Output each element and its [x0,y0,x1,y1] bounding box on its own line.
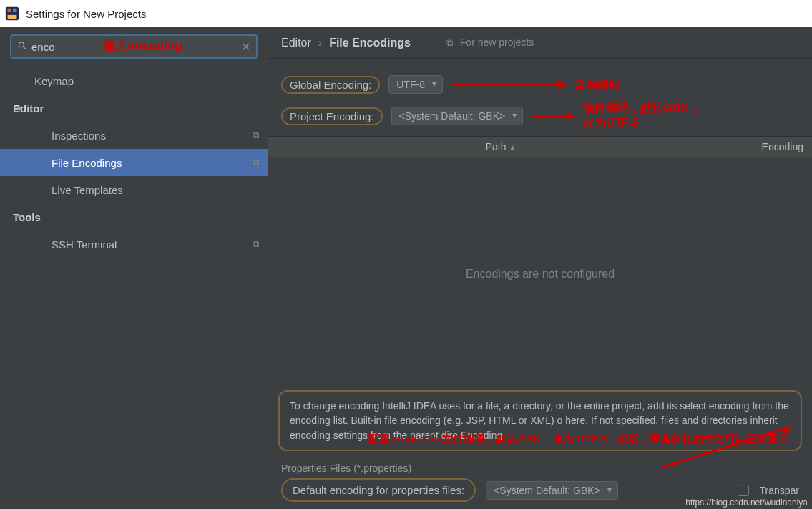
help-description: To change encoding IntelliJ IDEA uses fo… [278,390,802,451]
sidebar-item-keymap[interactable]: Keymap [0,67,268,94]
project-encoding-dropdown[interactable]: <System Default: GBK> [391,107,524,125]
breadcrumb-leaf: File Encodings [329,37,411,49]
annotation-search: 输入encoding [104,37,182,54]
search-icon [17,41,27,53]
arrow-icon [451,84,566,85]
sidebar-item-ssh-terminal[interactable]: SSH Terminal⧉ [0,231,268,258]
svg-rect-2 [13,9,16,13]
copy-icon: ⧉ [253,238,259,250]
global-encoding-row: Global Encoding: UTF-8 全局编码 [281,69,799,100]
watermark: https://blog.csdn.net/wudinaniya [685,498,808,508]
for-new-projects-label: ⧉ For new projects [446,37,534,49]
arrow-icon [532,115,574,117]
clear-search-icon[interactable]: ✕ [241,40,250,54]
breadcrumb-root[interactable]: Editor [281,37,311,49]
chevron-right-icon: › [318,37,322,49]
global-encoding-dropdown[interactable]: UTF-8 [388,75,443,94]
annotation-properties: 配置properties文件编码，默认GBK，改为 UTF-8，改后，哪些斜杠的… [368,432,789,446]
settings-main-panel: Editor › File Encodings ⧉ For new projec… [268,27,812,509]
sidebar-item-label: SSH Terminal [52,238,117,251]
chevron-down-icon: ▼ [16,104,24,112]
column-encoding[interactable]: Encoding [733,137,812,157]
transparent-label: Transpar [759,485,799,496]
default-properties-encoding-label: Default encoding for properties files: [281,478,476,502]
sort-asc-icon: ▲ [509,143,516,151]
window-title: Settings for New Projects [26,8,146,20]
svg-rect-1 [8,9,11,13]
copy-icon: ⧉ [253,157,259,168]
chevron-down-icon: ▼ [16,213,24,221]
sidebar-item-editor[interactable]: ▼Editor [0,94,268,122]
project-encoding-label: Project Encoding: [281,107,383,125]
encodings-table-empty: Encodings are not configured [268,157,812,390]
window-titlebar: Settings for New Projects [0,0,812,27]
sidebar-item-label: Live Templates [52,184,123,196]
annotation-global: 全局编码 [574,77,620,92]
sidebar-item-label: Inspections [52,130,106,142]
sidebar-item-tools[interactable]: ▼Tools [0,203,268,231]
project-encoding-row: Project Encoding: <System Default: GBK> … [281,100,799,132]
annotation-project: 项目编码，默认GBK， 改为UTF-8 [583,101,700,131]
copy-icon: ⧉ [253,130,259,141]
default-properties-encoding-dropdown[interactable]: <System Default: GBK> [486,481,618,500]
global-encoding-label: Global Encoding: [281,76,380,94]
svg-point-4 [19,42,24,47]
breadcrumb: Editor › File Encodings ⧉ For new projec… [268,27,812,59]
svg-line-5 [24,47,26,49]
sidebar-item-live-templates[interactable]: Live Templates [0,176,268,203]
settings-sidebar: ✕ 输入encoding Keymap▼EditorInspections⧉Fi… [0,27,268,509]
properties-section-title: Properties Files (*.properties) [281,462,799,478]
column-path[interactable]: Path ▲ [268,137,733,157]
settings-tree: Keymap▼EditorInspections⧉File Encodings⧉… [0,64,268,261]
sidebar-item-label: File Encodings [52,157,122,169]
transparent-checkbox[interactable] [738,485,749,496]
encodings-table-header: Path ▲ Encoding [268,136,812,157]
sidebar-item-file-encodings[interactable]: File Encodings⧉ [0,149,268,176]
sidebar-item-inspections[interactable]: Inspections⧉ [0,122,268,149]
svg-rect-3 [8,15,17,19]
sidebar-item-label: Keymap [34,75,74,87]
intellij-logo-icon [4,6,20,21]
copy-icon: ⧉ [446,37,453,48]
